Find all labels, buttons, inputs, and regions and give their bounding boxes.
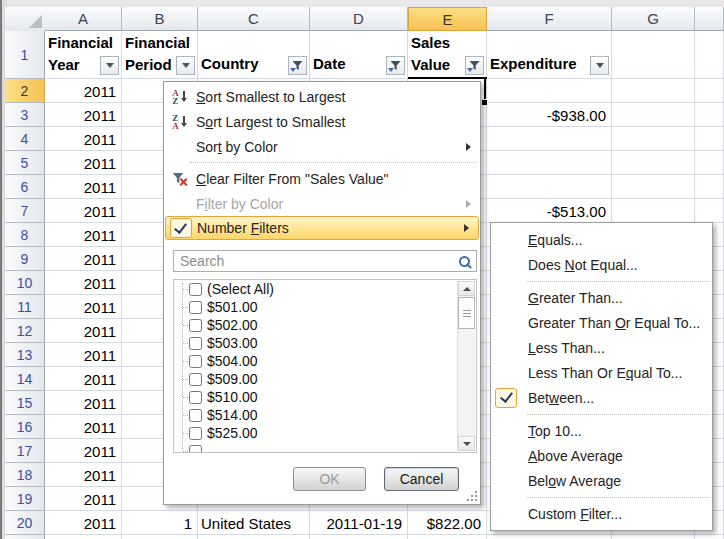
filter-value-item[interactable]: $525.00	[174, 424, 476, 442]
cell-h3[interactable]	[695, 103, 724, 127]
cell-g21[interactable]	[612, 535, 695, 539]
cell-a2[interactable]: 2011	[45, 79, 122, 103]
filter-button-f[interactable]	[590, 56, 609, 75]
cell-g3[interactable]	[612, 103, 695, 127]
menu-item-clear-filter-from-sales-value[interactable]: Clear Filter From "Sales Value"	[164, 166, 480, 191]
cell-a4[interactable]: 2011	[45, 127, 122, 151]
column-header-d[interactable]: D	[310, 7, 408, 31]
filter-value-checkbox[interactable]	[189, 391, 202, 404]
list-scrollbar[interactable]	[457, 281, 475, 451]
row-header-19[interactable]: 19	[5, 487, 45, 511]
cell-h21[interactable]	[695, 535, 724, 539]
cell-a9[interactable]: 2011	[45, 247, 122, 271]
cell-a6[interactable]: 2011	[45, 175, 122, 199]
filter-value-checkbox[interactable]	[189, 337, 202, 350]
submenu-item-above-average[interactable]: Above Average	[491, 443, 712, 468]
submenu-item-does-not-equal[interactable]: Does Not Equal...	[491, 252, 712, 277]
cell-f7[interactable]: -$513.00	[487, 199, 612, 223]
filter-button-e[interactable]	[465, 56, 484, 75]
row-header-13[interactable]: 13	[5, 343, 45, 367]
cell-f5[interactable]	[487, 151, 612, 175]
cell-g6[interactable]	[612, 175, 695, 199]
row-header-1[interactable]: 1	[5, 31, 45, 79]
row-header-9[interactable]: 9	[5, 247, 45, 271]
filter-value-item[interactable]: (Select All)	[174, 280, 476, 298]
cell-a10[interactable]: 2011	[45, 271, 122, 295]
cell-a15[interactable]: 2011	[45, 391, 122, 415]
cell-c21[interactable]	[198, 535, 310, 539]
submenu-item-less-than[interactable]: Less Than...	[491, 335, 712, 360]
header-cell-e[interactable]: Sales Value	[408, 31, 487, 79]
row-header-11[interactable]: 11	[5, 295, 45, 319]
cell-h5[interactable]	[695, 151, 724, 175]
row-header-2[interactable]: 2	[5, 79, 45, 103]
row-header-6[interactable]: 6	[5, 175, 45, 199]
filter-value-item[interactable]: $509.00	[174, 370, 476, 388]
menu-item-sort-smallest-to-largest[interactable]: AZSort Smallest to Largest	[164, 84, 480, 109]
row-header-5[interactable]: 5	[5, 151, 45, 175]
menu-item-sort-largest-to-smallest[interactable]: ZASort Largest to Smallest	[164, 109, 480, 134]
row-header-4[interactable]: 4	[5, 127, 45, 151]
cell-b20[interactable]: 1	[122, 511, 198, 535]
filter-value-checkbox[interactable]	[189, 445, 202, 454]
cell-c20[interactable]: United States	[198, 511, 310, 535]
cell-a21[interactable]	[45, 535, 122, 539]
header-cell-g[interactable]	[612, 31, 695, 79]
search-icon[interactable]	[458, 255, 472, 269]
filter-value-checkbox[interactable]	[189, 301, 202, 314]
column-header-f[interactable]: F	[487, 7, 612, 31]
submenu-item-between[interactable]: Between...	[491, 385, 712, 410]
header-cell-d[interactable]: Date	[310, 31, 408, 79]
fill-handle[interactable]	[481, 99, 488, 106]
header-cell-f[interactable]: Expenditure	[487, 31, 612, 79]
cell-a11[interactable]: 2011	[45, 295, 122, 319]
column-header-g[interactable]: G	[612, 7, 695, 31]
cancel-button[interactable]: Cancel	[384, 467, 459, 491]
cell-g2[interactable]	[612, 79, 695, 103]
column-header-e[interactable]: E	[408, 7, 487, 31]
row-header-14[interactable]: 14	[5, 367, 45, 391]
filter-value-item[interactable]: $510.00	[174, 388, 476, 406]
cell-f3[interactable]: -$938.00	[487, 103, 612, 127]
filter-value-item[interactable]: $514.00	[174, 406, 476, 424]
filter-value-checkbox[interactable]	[189, 319, 202, 332]
row-header-18[interactable]: 18	[5, 463, 45, 487]
column-header-partial[interactable]	[695, 7, 724, 31]
scrollbar-thumb[interactable]	[458, 297, 475, 329]
select-all-corner[interactable]	[5, 7, 46, 32]
cell-h6[interactable]	[695, 175, 724, 199]
scroll-down-button[interactable]	[458, 436, 475, 451]
submenu-item-custom-filter[interactable]: Custom Filter...	[491, 501, 712, 526]
cell-a12[interactable]: 2011	[45, 319, 122, 343]
submenu-item-top-10[interactable]: Top 10...	[491, 418, 712, 443]
cell-a5[interactable]: 2011	[45, 151, 122, 175]
row-header-3[interactable]: 3	[5, 103, 45, 127]
scroll-up-button[interactable]	[458, 281, 475, 296]
filter-button-b[interactable]	[176, 56, 195, 75]
cell-a14[interactable]: 2011	[45, 367, 122, 391]
filter-value-checkbox[interactable]	[189, 427, 202, 440]
cell-f6[interactable]	[487, 175, 612, 199]
header-cell-a[interactable]: Financial Year	[45, 31, 122, 79]
menu-item-sort-by-color[interactable]: Sort by Color	[164, 134, 480, 159]
header-cell-h[interactable]	[695, 31, 724, 79]
cell-h2[interactable]	[695, 79, 724, 103]
filter-value-item[interactable]: $504.00	[174, 352, 476, 370]
cell-d21[interactable]	[310, 535, 408, 539]
cell-h7[interactable]	[695, 199, 724, 223]
cell-a17[interactable]: 2011	[45, 439, 122, 463]
cell-e21[interactable]	[408, 535, 487, 539]
submenu-item-equals[interactable]: Equals...	[491, 227, 712, 252]
row-header-21[interactable]	[5, 535, 45, 539]
cell-h4[interactable]	[695, 127, 724, 151]
row-header-8[interactable]: 8	[5, 223, 45, 247]
filter-value-item[interactable]: $501.00	[174, 298, 476, 316]
submenu-item-greater-than[interactable]: Greater Than...	[491, 285, 712, 310]
row-header-16[interactable]: 16	[5, 415, 45, 439]
submenu-item-greater-than-or-equal-to[interactable]: Greater Than Or Equal To...	[491, 310, 712, 335]
cell-e20[interactable]: $822.00	[408, 511, 487, 535]
header-cell-b[interactable]: Financial Period	[122, 31, 198, 79]
filter-value-checkbox[interactable]	[189, 355, 202, 368]
cell-a8[interactable]: 2011	[45, 223, 122, 247]
row-header-10[interactable]: 10	[5, 271, 45, 295]
